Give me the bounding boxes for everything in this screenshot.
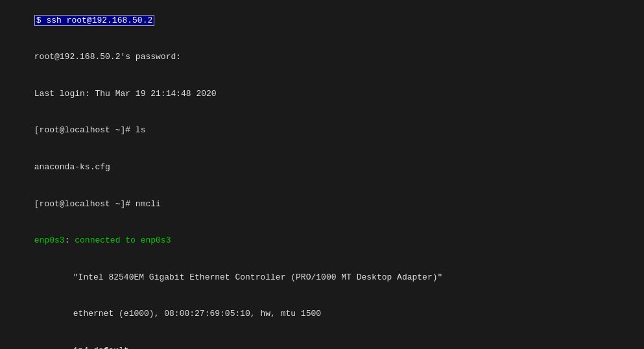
line-ssh: $ ssh root@192.168.50.2 <box>4 3 640 40</box>
ls-prompt: [root@localhost ~]# ls <box>34 125 146 135</box>
line-enp0s3-eth: ethernet (e1000), 08:00:27:69:05:10, hw,… <box>4 296 640 333</box>
line-ls-cmd: [root@localhost ~]# ls <box>4 113 640 150</box>
terminal-content: $ ssh root@192.168.50.2 root@192.168.50.… <box>0 0 644 349</box>
anaconda-text: anaconda-ks.cfg <box>34 162 110 172</box>
line-anaconda: anaconda-ks.cfg <box>4 149 640 186</box>
lastlogin-text: Last login: Thu Mar 19 21:14:48 2020 <box>34 89 217 99</box>
password-text: root@192.168.50.2's password: <box>34 52 181 62</box>
line-enp0s3-ip4default: ip4 default <box>4 333 640 349</box>
enp0s3-status: connected to enp0s3 <box>75 235 171 245</box>
line-lastlogin: Last login: Thu Mar 19 21:14:48 2020 <box>4 76 640 113</box>
enp0s3-eth-text: ethernet (e1000), 08:00:27:69:05:10, hw,… <box>73 309 321 319</box>
terminal-window[interactable]: $ ssh root@192.168.50.2 root@192.168.50.… <box>0 0 644 349</box>
line-enp0s3-header: enp0s3: connected to enp0s3 <box>4 223 640 259</box>
enp0s3-colon: : <box>65 235 75 245</box>
nmcli-prompt: [root@localhost ~]# nmcli <box>34 199 161 209</box>
line-nmcli-cmd: [root@localhost ~]# nmcli <box>4 186 640 223</box>
line-enp0s3-desc: "Intel 82540EM Gigabit Ethernet Controll… <box>4 259 640 296</box>
enp0s3-desc-text: "Intel 82540EM Gigabit Ethernet Controll… <box>73 272 443 282</box>
line-password: root@192.168.50.2's password: <box>4 40 640 77</box>
ssh-command-highlight: $ ssh root@192.168.50.2 <box>34 15 154 26</box>
device-enp0s3: enp0s3 <box>34 235 65 245</box>
enp0s3-ip4default: ip4 default <box>73 346 129 349</box>
